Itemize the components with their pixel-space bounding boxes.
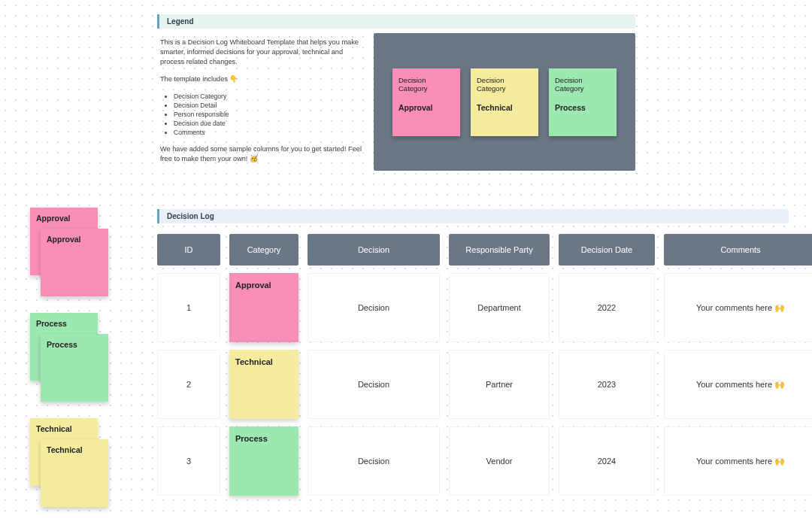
cell-decision[interactable]: Decision (308, 273, 440, 342)
table-row: 2 Technical Decision Partner 2023 Your c… (157, 350, 789, 419)
sticky-top-label: Decision Category (555, 76, 611, 93)
cell-responsible[interactable]: Department (449, 273, 550, 342)
cell-comments[interactable]: Your comments here 🙌 (664, 350, 812, 419)
legend-sticky-stage: Decision Category Approval Decision Cate… (374, 33, 635, 171)
cell-category[interactable]: Process (229, 426, 298, 496)
legend-intro: This is a Decision Log Whiteboard Templa… (160, 38, 366, 67)
legend-bullet: Decision Category (174, 92, 366, 101)
cell-date[interactable]: 2023 (559, 350, 655, 419)
sticky-top-label: Decision Category (477, 76, 532, 93)
sticky-type-label: Process (555, 103, 586, 112)
legend-bullet: Person responsible (174, 110, 366, 119)
col-header-date: Decision Date (559, 234, 655, 266)
cell-id[interactable]: 1 (157, 273, 220, 342)
legend-sticky-technical[interactable]: Decision Category Technical (471, 68, 538, 136)
sticky-type-label: Technical (477, 103, 513, 112)
sidebar-note-technical[interactable]: Technical (41, 439, 108, 507)
col-header-comments: Comments (664, 234, 812, 266)
cell-id[interactable]: 2 (157, 350, 220, 419)
category-sticky-approval[interactable]: Approval (229, 273, 298, 342)
table-header-row: ID Category Decision Responsible Party D… (157, 234, 789, 266)
table-row: 1 Approval Decision Department 2022 Your… (157, 273, 789, 342)
cell-decision[interactable]: Decision (308, 350, 440, 419)
sidebar-note-process[interactable]: Process (41, 334, 108, 402)
legend-sticky-approval[interactable]: Decision Category Approval (392, 68, 460, 136)
col-header-id: ID (157, 234, 220, 266)
cell-category[interactable]: Approval (229, 273, 298, 342)
sticky-type-label: Approval (398, 103, 433, 112)
sidebar-note-approval[interactable]: Approval (41, 229, 108, 296)
decision-log-title: Decision Log (157, 209, 789, 223)
legend-bullet: Decision due date (174, 119, 366, 128)
decision-log-panel: Decision Log ID Category Decision Respon… (157, 209, 789, 503)
legend-sticky-process[interactable]: Decision Category Process (549, 68, 617, 136)
category-sticky-process[interactable]: Process (229, 426, 298, 496)
cell-decision[interactable]: Decision (308, 426, 440, 496)
sticky-top-label: Decision Category (398, 76, 454, 93)
legend-panel: Legend This is a Decision Log Whiteboard… (157, 14, 635, 171)
legend-outro: We have added some sample columns for yo… (160, 144, 366, 164)
col-header-decision: Decision (308, 234, 440, 266)
cell-category[interactable]: Technical (229, 350, 298, 419)
cell-id[interactable]: 3 (157, 426, 220, 496)
legend-description: This is a Decision Log Whiteboard Templa… (157, 33, 366, 171)
cell-comments[interactable]: Your comments here 🙌 (664, 426, 812, 496)
category-sticky-technical[interactable]: Technical (229, 350, 298, 419)
legend-includes-label: The template includes 👇 (160, 74, 366, 84)
cell-date[interactable]: 2022 (559, 273, 655, 342)
cell-comments[interactable]: Your comments here 🙌 (664, 273, 812, 342)
legend-bullet: Comments (174, 128, 366, 137)
col-header-responsible: Responsible Party (449, 234, 550, 266)
col-header-category: Category (229, 234, 298, 266)
cell-responsible[interactable]: Vendor (449, 426, 550, 496)
legend-bullet: Decision Detail (174, 101, 366, 110)
legend-title: Legend (157, 14, 635, 29)
decision-log-table: ID Category Decision Responsible Party D… (157, 234, 789, 496)
cell-responsible[interactable]: Partner (449, 350, 550, 419)
table-row: 3 Process Decision Vendor 2024 Your comm… (157, 426, 789, 496)
cell-date[interactable]: 2024 (559, 426, 655, 496)
